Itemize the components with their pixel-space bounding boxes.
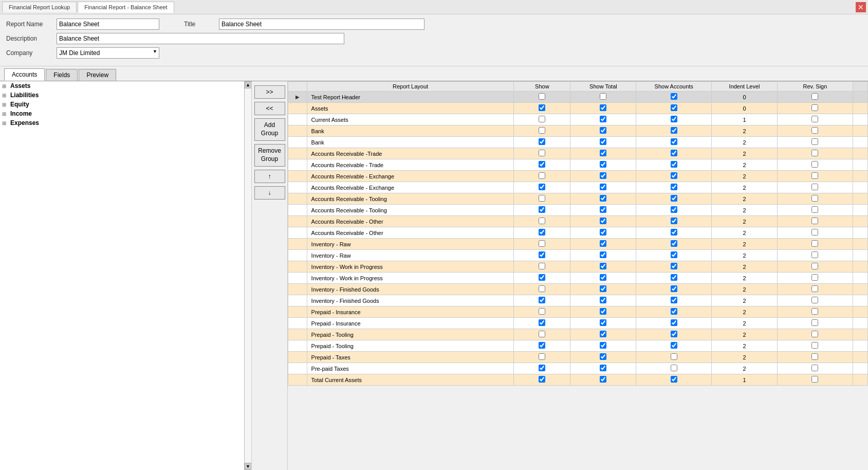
show-total-checkbox[interactable] <box>600 172 606 179</box>
table-row[interactable]: Prepaid - Insurance2 <box>288 318 868 329</box>
show-accounts-checkbox[interactable] <box>671 240 677 247</box>
scroll-up-btn[interactable]: ▲ <box>245 81 252 88</box>
table-row[interactable]: Accounts Receivable - Tooling2 <box>288 205 868 216</box>
row-show-cell[interactable] <box>514 182 570 193</box>
row-show-total-cell[interactable] <box>570 273 636 284</box>
table-row[interactable]: Prepaid - Tooling2 <box>288 340 868 352</box>
show-accounts-checkbox[interactable] <box>671 116 677 122</box>
row-show-total-cell[interactable] <box>570 125 636 137</box>
row-show-cell[interactable] <box>514 125 570 137</box>
row-show-cell[interactable] <box>514 250 570 261</box>
row-rev-sign-cell[interactable] <box>778 273 853 284</box>
rev-sign-checkbox[interactable] <box>811 365 818 371</box>
table-row[interactable]: Prepaid - Taxes2 <box>288 352 868 363</box>
row-show-accounts-cell[interactable] <box>636 148 711 159</box>
row-show-accounts-cell[interactable] <box>636 125 711 137</box>
row-show-total-cell[interactable] <box>570 239 636 250</box>
row-show-cell[interactable] <box>514 216 570 227</box>
row-rev-sign-cell[interactable] <box>778 205 853 216</box>
show-accounts-checkbox[interactable] <box>671 195 677 202</box>
row-show-cell[interactable] <box>514 318 570 329</box>
row-show-accounts-cell[interactable] <box>636 261 711 273</box>
row-show-cell[interactable] <box>514 114 570 125</box>
row-show-accounts-cell[interactable] <box>636 227 711 239</box>
tree-item-expenses[interactable]: ⊞ Expenses <box>0 118 244 128</box>
show-total-checkbox[interactable] <box>600 297 606 303</box>
row-rev-sign-cell[interactable] <box>778 193 853 205</box>
row-show-cell[interactable] <box>514 227 570 239</box>
row-show-accounts-cell[interactable] <box>636 306 711 318</box>
row-show-accounts-cell[interactable] <box>636 374 711 386</box>
tab-accounts[interactable]: Accounts <box>4 68 45 81</box>
show-total-checkbox[interactable] <box>600 263 606 269</box>
show-checkbox[interactable] <box>539 376 545 383</box>
row-show-total-cell[interactable] <box>570 227 636 239</box>
table-row[interactable]: Accounts Receivable -Trade2 <box>288 148 868 159</box>
show-checkbox[interactable] <box>539 331 545 337</box>
row-show-total-cell[interactable] <box>570 318 636 329</box>
title-input[interactable] <box>219 19 424 30</box>
show-accounts-checkbox[interactable] <box>671 365 677 371</box>
row-rev-sign-cell[interactable] <box>778 182 853 193</box>
row-rev-sign-cell[interactable] <box>778 363 853 374</box>
table-row[interactable]: Accounts Receivable - Other2 <box>288 216 868 227</box>
rev-sign-checkbox[interactable] <box>811 206 818 213</box>
forward-button[interactable]: >> <box>254 85 285 99</box>
show-checkbox[interactable] <box>539 206 545 213</box>
show-total-checkbox[interactable] <box>600 353 606 360</box>
row-show-total-cell[interactable] <box>570 92 636 103</box>
row-show-total-cell[interactable] <box>570 329 636 340</box>
rev-sign-checkbox[interactable] <box>811 150 818 156</box>
row-rev-sign-cell[interactable] <box>778 250 853 261</box>
show-total-checkbox[interactable] <box>600 195 606 202</box>
show-total-checkbox[interactable] <box>600 342 606 349</box>
row-show-total-cell[interactable] <box>570 340 636 352</box>
row-show-total-cell[interactable] <box>570 137 636 148</box>
row-show-cell[interactable] <box>514 171 570 182</box>
remove-group-button[interactable]: Remove Group <box>254 144 285 167</box>
row-show-cell[interactable] <box>514 92 570 103</box>
row-rev-sign-cell[interactable] <box>778 148 853 159</box>
row-rev-sign-cell[interactable] <box>778 340 853 352</box>
row-show-total-cell[interactable] <box>570 159 636 171</box>
show-total-checkbox[interactable] <box>600 319 606 326</box>
row-show-cell[interactable] <box>514 329 570 340</box>
show-checkbox[interactable] <box>539 342 545 349</box>
row-show-total-cell[interactable] <box>570 182 636 193</box>
show-accounts-checkbox[interactable] <box>671 161 677 168</box>
row-show-accounts-cell[interactable] <box>636 318 711 329</box>
table-row[interactable]: Inventory - Finished Goods2 <box>288 295 868 306</box>
row-show-accounts-cell[interactable] <box>636 159 711 171</box>
show-checkbox[interactable] <box>539 172 545 179</box>
row-show-accounts-cell[interactable] <box>636 193 711 205</box>
row-show-accounts-cell[interactable] <box>636 250 711 261</box>
tab-preview[interactable]: Preview <box>79 69 116 81</box>
rev-sign-checkbox[interactable] <box>811 172 818 179</box>
row-show-total-cell[interactable] <box>570 148 636 159</box>
table-row[interactable]: Assets0 <box>288 103 868 114</box>
row-rev-sign-cell[interactable] <box>778 114 853 125</box>
table-row[interactable]: ▶Test Report Header0 <box>288 92 868 103</box>
row-show-cell[interactable] <box>514 295 570 306</box>
row-rev-sign-cell[interactable] <box>778 329 853 340</box>
show-accounts-checkbox[interactable] <box>671 331 677 337</box>
show-total-checkbox[interactable] <box>600 93 606 100</box>
row-rev-sign-cell[interactable] <box>778 306 853 318</box>
report-name-input[interactable] <box>57 19 159 30</box>
row-show-accounts-cell[interactable] <box>636 295 711 306</box>
row-rev-sign-cell[interactable] <box>778 352 853 363</box>
rev-sign-checkbox[interactable] <box>811 353 818 360</box>
show-checkbox[interactable] <box>539 138 545 145</box>
show-accounts-checkbox[interactable] <box>671 127 677 134</box>
show-accounts-checkbox[interactable] <box>671 274 677 281</box>
row-show-cell[interactable] <box>514 239 570 250</box>
show-checkbox[interactable] <box>539 184 545 190</box>
show-total-checkbox[interactable] <box>600 161 606 168</box>
row-show-cell[interactable] <box>514 148 570 159</box>
table-row[interactable]: Inventory - Finished Goods2 <box>288 284 868 295</box>
show-checkbox[interactable] <box>539 195 545 202</box>
show-checkbox[interactable] <box>539 263 545 269</box>
rev-sign-checkbox[interactable] <box>811 229 818 236</box>
row-show-accounts-cell[interactable] <box>636 137 711 148</box>
row-rev-sign-cell[interactable] <box>778 295 853 306</box>
